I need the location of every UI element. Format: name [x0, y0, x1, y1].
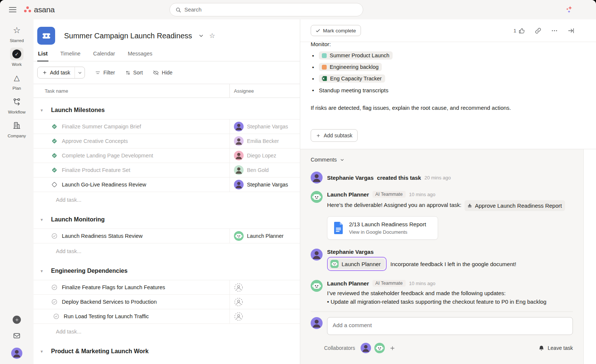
comment: Stephanie Vargas Launch Planner Incorpor… — [311, 249, 573, 271]
comment-composer — [311, 312, 573, 335]
plus-icon — [42, 70, 47, 75]
sidebar-item-work[interactable]: ✓ Work — [4, 48, 30, 67]
project-menu-chevron-icon[interactable] — [198, 33, 204, 39]
unassigned-avatar-icon[interactable] — [234, 297, 243, 307]
copy-link-icon[interactable] — [535, 27, 542, 34]
ticket-icon — [41, 31, 51, 41]
tab-calendar[interactable]: Calendar — [92, 51, 116, 61]
comment-stream[interactable]: Stephanie Vargas created this task 20 mi… — [311, 163, 573, 305]
assignee-avatar — [234, 151, 244, 160]
sidebar-toggle-icon[interactable] — [9, 6, 16, 14]
ai-sparkle-icon[interactable] — [564, 5, 574, 15]
sidebar-item-workflow[interactable]: Workflow — [4, 95, 30, 114]
add-task-button[interactable]: Add task — [37, 67, 85, 79]
section-header[interactable]: ▼ Launch Monitoring — [34, 211, 300, 229]
project-color-icon — [322, 65, 327, 70]
task-row[interactable]: Launch Go-Live Readiness Review Stephani… — [34, 178, 300, 192]
section-launch-monitoring: ▼ Launch Monitoring Launch Readiness Sta… — [34, 211, 300, 259]
add-subtask-button[interactable]: Add subtask — [311, 129, 358, 142]
milestone-complete-icon[interactable] — [51, 152, 58, 159]
task-check-icon[interactable] — [51, 284, 58, 291]
milestone-complete-icon[interactable] — [51, 167, 58, 173]
collaborator-avatar[interactable] — [361, 343, 371, 353]
task-detail-header: Mark complete 1 — [300, 19, 596, 42]
task-row[interactable]: Approve Creative Concepts Emilia Becker — [34, 134, 300, 149]
favorite-star-icon[interactable]: ☆ — [209, 32, 215, 39]
task-row[interactable]: Complete Landing Page Development Diego … — [34, 149, 300, 163]
list-item: Engineering backlog — [311, 63, 586, 71]
section-header[interactable]: ▼ Engineering Dependencies — [34, 262, 300, 280]
task-row[interactable]: Finalize Feature Flags for Launch Featur… — [34, 280, 300, 295]
unassigned-avatar-icon[interactable] — [234, 312, 243, 321]
google-doc-card[interactable]: 2/13 Launch Readiness Report View in Goo… — [327, 216, 438, 240]
mention-chip-launch-planner[interactable]: Launch Planner — [329, 259, 385, 269]
view-tabs: List Timeline Calendar Messages — [34, 51, 300, 61]
section-engineering-dependencies: ▼ Engineering Dependencies Finalize Feat… — [34, 262, 300, 339]
task-row[interactable]: Finalize Summer Campaign Brief Stephanie… — [34, 119, 300, 134]
building-icon — [12, 121, 21, 130]
task-description[interactable]: Monitor: Summer Product Launch Engineeri… — [300, 42, 596, 149]
user-avatar[interactable] — [11, 348, 22, 359]
column-header-task-name: Task name — [34, 84, 230, 98]
tab-timeline[interactable]: Timeline — [60, 51, 81, 61]
project-link-chip[interactable]: Engineering backlog — [319, 63, 382, 71]
ai-teammate-badge: AI Teammate — [372, 191, 406, 198]
task-check-icon[interactable] — [51, 233, 58, 239]
unassigned-avatar-icon[interactable] — [234, 283, 243, 292]
leave-task-button[interactable]: Leave task — [538, 345, 573, 351]
filter-button[interactable]: Filter — [95, 70, 115, 76]
avatar — [311, 172, 323, 183]
task-row[interactable]: Launch Readiness Status Review Launch Pl… — [34, 229, 300, 243]
approval-task-chip[interactable]: Approve Launch Readiness Report — [465, 200, 565, 211]
milestone-complete-icon[interactable] — [51, 138, 58, 144]
monitor-list: Summer Product Launch Engineering backlo… — [311, 51, 586, 95]
sort-button[interactable]: Sort — [125, 70, 143, 76]
search-input[interactable] — [184, 7, 358, 13]
task-row[interactable]: Run Load Testing for Launch Traffic — [34, 309, 300, 324]
section-collapse-icon[interactable]: ▼ — [40, 269, 44, 273]
collapse-panel-icon[interactable] — [567, 27, 574, 34]
eye-slash-icon — [153, 70, 159, 76]
more-options-icon[interactable] — [551, 27, 558, 34]
task-list-scroll-area[interactable]: ▼ Launch Milestones Finalize Summer Camp… — [34, 98, 300, 364]
like-button[interactable]: 1 — [513, 27, 525, 34]
asana-app-window: asana ☆ Starred ✓ Work △ — [0, 0, 596, 364]
task-row[interactable]: Deploy Backend Services to Production — [34, 295, 300, 309]
add-task-inline[interactable]: Add task... — [34, 192, 300, 207]
hide-button[interactable]: Hide — [153, 70, 172, 76]
sidebar-item-starred[interactable]: ☆ Starred — [4, 24, 30, 43]
mention-highlight[interactable]: Launch Planner — [327, 257, 387, 271]
asana-logo[interactable]: asana — [23, 5, 55, 14]
section-header[interactable]: ▼ Launch Milestones — [34, 101, 300, 119]
milestone-complete-icon[interactable] — [51, 123, 58, 130]
ai-robot-avatar — [330, 260, 339, 268]
global-search[interactable] — [169, 3, 363, 16]
project-icon[interactable] — [37, 27, 55, 45]
comments-header[interactable]: Comments — [311, 157, 573, 163]
comment-input-box[interactable] — [327, 317, 573, 335]
tab-list[interactable]: List — [37, 51, 48, 61]
sidebar-item-company[interactable]: Company — [4, 119, 30, 138]
section-collapse-icon[interactable]: ▼ — [40, 349, 44, 354]
comment-input[interactable] — [333, 319, 567, 331]
task-check-icon[interactable] — [51, 298, 58, 305]
workflow-icon — [12, 97, 21, 106]
section-collapse-icon[interactable]: ▼ — [40, 108, 44, 112]
spreadsheet-link-chip[interactable]: Eng Capacity Tracker — [319, 74, 385, 83]
milestone-pending-icon[interactable] — [51, 181, 58, 188]
task-check-icon[interactable] — [53, 313, 60, 320]
collaborator-avatar[interactable] — [374, 343, 385, 353]
inbox-mail-icon[interactable] — [13, 332, 21, 340]
sidebar-item-plan[interactable]: △ Plan — [4, 71, 30, 90]
task-row[interactable]: Finalize Product Feature Set Ben Gold — [34, 163, 300, 178]
section-collapse-icon[interactable]: ▼ — [40, 218, 44, 222]
add-task-dropdown-chevron-icon[interactable] — [74, 67, 85, 78]
add-task-inline[interactable]: Add task... — [34, 324, 300, 339]
mark-complete-button[interactable]: Mark complete — [311, 25, 361, 36]
create-button[interactable] — [13, 316, 21, 324]
project-link-chip[interactable]: Summer Product Launch — [319, 51, 393, 60]
section-header[interactable]: ▼ Product & Marketing Launch Work — [34, 342, 300, 360]
add-collaborator-button[interactable] — [389, 345, 396, 351]
tab-messages[interactable]: Messages — [127, 51, 153, 61]
add-task-inline[interactable]: Add task... — [34, 243, 300, 259]
